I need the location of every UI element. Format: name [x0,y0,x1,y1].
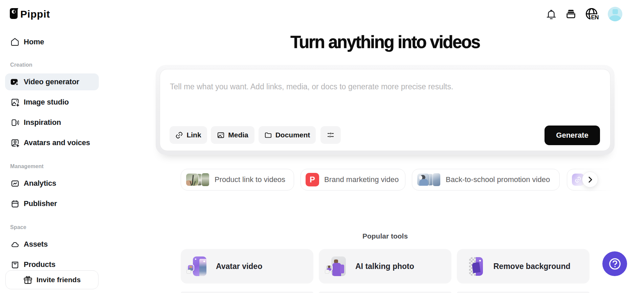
svg-text:EN: EN [591,14,599,21]
svg-text:Pippit: Pippit [20,8,50,20]
